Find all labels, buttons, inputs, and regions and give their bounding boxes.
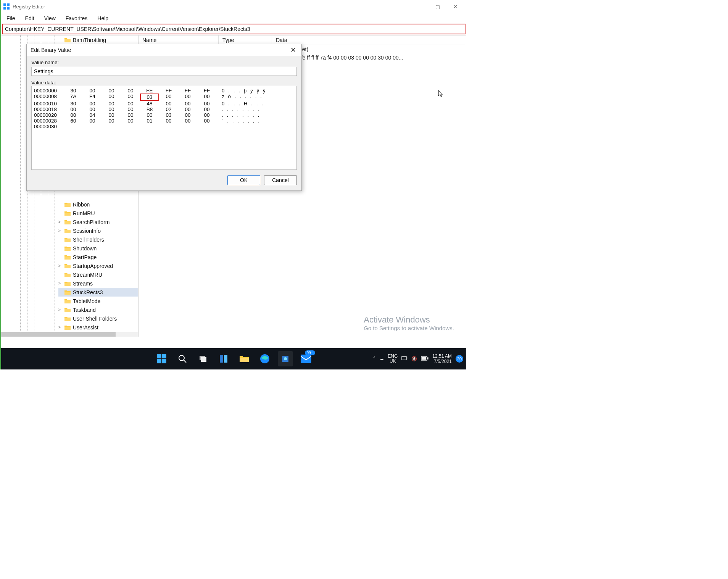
weather-icon[interactable]: ☁: [379, 356, 384, 361]
svg-rect-13: [64, 274, 71, 277]
taskbar: 99+ ˄ ☁ ENG UK 🔇 12:51 AM 7/5/2021 20: [1, 348, 466, 369]
task-view-button[interactable]: [195, 351, 211, 366]
tree-item-shutdown[interactable]: Shutdown: [58, 244, 138, 253]
edit-binary-dialog: Edit Binary Value ✕ Value name: Value da…: [26, 44, 302, 191]
svg-rect-7: [64, 221, 71, 224]
tree-item-searchplatform[interactable]: >SearchPlatform: [58, 218, 138, 226]
svg-rect-18: [64, 318, 71, 321]
notification-badge[interactable]: 20: [456, 355, 463, 363]
tree-h-scrollbar[interactable]: [1, 332, 138, 337]
volume-icon[interactable]: 🔇: [411, 356, 417, 361]
edge-button[interactable]: [257, 351, 272, 366]
svg-rect-11: [64, 256, 71, 260]
cancel-button[interactable]: Cancel: [264, 175, 297, 185]
svg-rect-9: [64, 239, 71, 242]
svg-rect-29: [224, 355, 227, 363]
svg-rect-3: [7, 7, 10, 10]
svg-rect-27: [201, 357, 206, 362]
menu-favorites[interactable]: Favorites: [64, 15, 89, 22]
svg-rect-5: [64, 204, 71, 207]
svg-rect-28: [220, 355, 223, 363]
tree-item-runmru[interactable]: RunMRU: [58, 209, 138, 218]
menu-help[interactable]: Help: [96, 15, 110, 22]
ok-button[interactable]: OK: [227, 175, 260, 185]
svg-rect-23: [162, 359, 166, 363]
value-data-label: Value data:: [31, 80, 56, 85]
col-type[interactable]: Type: [219, 35, 272, 45]
menu-edit[interactable]: Edit: [24, 15, 36, 22]
svg-rect-30: [240, 358, 249, 362]
svg-rect-10: [64, 248, 71, 251]
svg-rect-39: [422, 357, 426, 360]
regedit-icon: [3, 3, 10, 10]
tree-item-taskband[interactable]: >Taskband: [58, 305, 138, 314]
activation-watermark: Activate Windows Go to Settings to activ…: [364, 315, 454, 331]
hex-editor[interactable]: 0000000030000000FEFFFFFF0 . . . þ ÿ ÿ ÿ0…: [31, 86, 297, 170]
window-title: Registry Editor: [13, 4, 45, 10]
svg-rect-1: [7, 3, 10, 6]
network-icon[interactable]: [401, 356, 407, 362]
tray-chevron-icon[interactable]: ˄: [373, 356, 375, 361]
svg-point-24: [179, 355, 184, 361]
minimize-button[interactable]: —: [411, 1, 429, 12]
tree-item-tabletmode[interactable]: TabletMode: [58, 297, 138, 305]
svg-rect-20: [157, 354, 161, 358]
tree-item-user-shell-folders[interactable]: User Shell Folders: [58, 314, 138, 323]
svg-rect-17: [64, 309, 71, 312]
clock[interactable]: 12:51 AM 7/5/2021: [432, 353, 452, 364]
menu-file[interactable]: File: [5, 15, 17, 22]
dialog-close-button[interactable]: ✕: [289, 46, 298, 54]
close-button[interactable]: ✕: [446, 1, 464, 12]
tree-item-sessioninfo[interactable]: >SessionInfo: [58, 226, 138, 235]
file-explorer-button[interactable]: [237, 351, 252, 366]
svg-rect-38: [427, 358, 428, 359]
titlebar: Registry Editor — ▢ ✕: [1, 0, 466, 13]
col-data[interactable]: Data: [272, 35, 466, 45]
svg-rect-14: [64, 283, 71, 286]
svg-rect-15: [64, 292, 71, 295]
svg-rect-4: [64, 39, 71, 42]
menubar: File Edit View Favorites Help: [1, 13, 466, 24]
svg-rect-22: [157, 359, 161, 363]
dialog-title: Edit Binary Value: [31, 47, 71, 53]
tree-item-ribbon[interactable]: Ribbon: [58, 200, 138, 209]
svg-rect-34: [301, 355, 311, 363]
svg-rect-19: [64, 327, 71, 330]
app-button[interactable]: [278, 351, 293, 366]
svg-point-33: [284, 357, 287, 360]
svg-rect-35: [402, 356, 406, 360]
mail-badge: 99+: [305, 350, 315, 355]
tree-item-shell-folders[interactable]: Shell Folders: [58, 235, 138, 244]
svg-rect-21: [162, 354, 166, 358]
svg-rect-16: [64, 300, 71, 303]
svg-line-25: [184, 360, 186, 363]
svg-rect-8: [64, 230, 71, 233]
svg-rect-2: [3, 7, 6, 10]
tree-item-stuckrects3[interactable]: StuckRects3: [58, 288, 138, 297]
mouse-cursor-icon: [438, 90, 444, 100]
search-button[interactable]: [175, 351, 190, 366]
start-button[interactable]: [154, 351, 169, 366]
maximize-button[interactable]: ▢: [429, 1, 446, 12]
value-name-label: Value name:: [31, 60, 59, 65]
tree-item-bamthrottling[interactable]: BamThrottling: [58, 35, 138, 44]
tree-item-userassist[interactable]: >UserAssist: [58, 323, 138, 332]
svg-rect-0: [3, 3, 6, 6]
address-bar[interactable]: [3, 24, 465, 34]
svg-rect-6: [64, 213, 71, 216]
tree-item-streams[interactable]: >Streams: [58, 279, 138, 288]
svg-rect-12: [64, 265, 71, 268]
tree-item-startpage[interactable]: StartPage: [58, 253, 138, 261]
battery-icon[interactable]: [421, 356, 428, 362]
mail-button[interactable]: 99+: [298, 351, 314, 366]
col-name[interactable]: Name: [139, 35, 219, 45]
address-bar-highlight: [2, 24, 465, 34]
language-indicator[interactable]: ENG UK: [388, 354, 398, 364]
tree-item-streammru[interactable]: StreamMRU: [58, 270, 138, 279]
value-name-input[interactable]: [31, 67, 297, 76]
menu-view[interactable]: View: [43, 15, 57, 22]
tree-item-startupapproved[interactable]: >StartupApproved: [58, 261, 138, 270]
widgets-button[interactable]: [216, 351, 231, 366]
